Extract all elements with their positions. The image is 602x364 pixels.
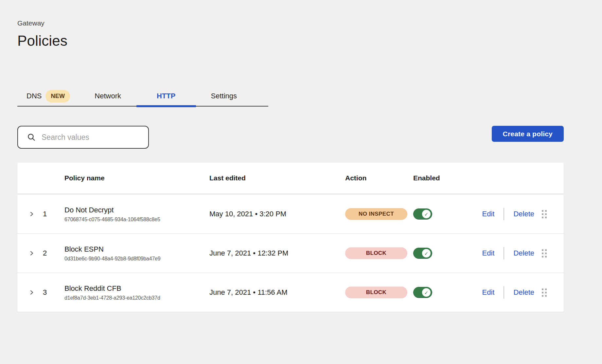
drag-handle-icon[interactable] — [540, 287, 549, 299]
check-icon: ✓ — [422, 288, 431, 297]
page-title: Policies — [17, 32, 585, 50]
last-edited: June 7, 2021 • 11:56 AM — [209, 288, 345, 297]
tab-network-label: Network — [95, 92, 121, 100]
enabled-toggle[interactable]: ✓ — [413, 287, 432, 298]
delete-link[interactable]: Delete — [513, 288, 534, 297]
table-header-row: Policy name Last edited Action Enabled — [17, 163, 564, 194]
search-input[interactable] — [42, 133, 142, 142]
tab-dns-label: DNS — [27, 92, 42, 100]
action-badge: NO INSPECT — [345, 208, 407, 220]
delete-link[interactable]: Delete — [513, 210, 534, 218]
row-actions: Edit Delete — [482, 247, 534, 259]
policy-name-cell: Do Not Decrypt 67068745-c075-4685-934a-1… — [64, 206, 209, 223]
tab-http-label: HTTP — [157, 92, 175, 100]
action-divider — [504, 286, 504, 299]
check-icon: ✓ — [422, 249, 431, 257]
policy-name: Do Not Decrypt — [64, 206, 209, 215]
expand-row-button[interactable] — [27, 209, 38, 219]
policy-name: Block Reddit CFB — [64, 284, 209, 293]
row-number: 2 — [38, 249, 64, 257]
row-number: 3 — [38, 288, 64, 297]
policy-name-cell: Block ESPN 0d31be6c-9b90-48a4-92b8-9d8f0… — [64, 245, 209, 262]
action-badge: BLOCK — [345, 287, 407, 298]
column-header-enabled: Enabled — [413, 174, 462, 182]
table-row: 1 Do Not Decrypt 67068745-c075-4685-934a… — [17, 194, 564, 233]
column-header-action: Action — [345, 174, 413, 182]
last-edited: June 7, 2021 • 12:32 PM — [209, 249, 345, 257]
expand-row-button[interactable] — [27, 288, 38, 297]
chevron-right-icon — [28, 250, 35, 256]
column-header-policy-name: Policy name — [64, 174, 209, 182]
table-row: 2 Block ESPN 0d31be6c-9b90-48a4-92b8-9d8… — [17, 233, 564, 273]
action-divider — [504, 247, 504, 259]
column-header-last-edited: Last edited — [209, 174, 345, 182]
policy-id: 0d31be6c-9b90-48a4-92b8-9d8f09ba47e9 — [64, 256, 209, 262]
chevron-right-icon — [28, 289, 35, 296]
row-actions: Edit Delete — [482, 286, 534, 299]
check-icon: ✓ — [422, 210, 431, 218]
breadcrumb: Gateway — [17, 19, 585, 27]
policy-name-cell: Block Reddit CFB d1ef8a7d-3eb1-4728-a293… — [64, 284, 209, 301]
drag-handle-icon[interactable] — [540, 247, 549, 259]
row-actions: Edit Delete — [482, 208, 534, 220]
toolbar: Create a policy — [17, 126, 564, 149]
delete-link[interactable]: Delete — [513, 249, 534, 257]
search-box[interactable] — [17, 126, 149, 149]
policies-table: Policy name Last edited Action Enabled 1… — [17, 163, 564, 312]
last-edited: May 10, 2021 • 3:20 PM — [209, 210, 345, 218]
edit-link[interactable]: Edit — [482, 249, 494, 257]
tab-network[interactable]: Network — [95, 86, 121, 106]
tab-settings-label: Settings — [211, 92, 237, 100]
active-tab-indicator — [136, 105, 196, 107]
row-number: 1 — [38, 210, 64, 218]
action-badge: BLOCK — [345, 247, 407, 259]
create-policy-button[interactable]: Create a policy — [492, 126, 564, 142]
edit-link[interactable]: Edit — [482, 210, 494, 218]
expand-row-button[interactable] — [27, 249, 38, 258]
table-row: 3 Block Reddit CFB d1ef8a7d-3eb1-4728-a2… — [17, 273, 564, 312]
edit-link[interactable]: Edit — [482, 288, 494, 297]
policy-name: Block ESPN — [64, 245, 209, 254]
policy-id: d1ef8a7d-3eb1-4728-a293-ea120c2cb37d — [64, 295, 209, 301]
tab-settings[interactable]: Settings — [211, 86, 237, 106]
chevron-right-icon — [28, 211, 35, 217]
enabled-toggle[interactable]: ✓ — [413, 248, 432, 259]
gateway-policies-page: Gateway Policies DNS NEW Network HTTP Se… — [0, 0, 602, 312]
new-badge: NEW — [45, 90, 70, 103]
search-icon — [27, 133, 36, 141]
policy-id: 67068745-c075-4685-934a-1064f588c8e5 — [64, 217, 209, 223]
action-divider — [504, 208, 504, 220]
tab-bar: DNS NEW Network HTTP Settings — [17, 86, 268, 107]
drag-handle-icon[interactable] — [540, 208, 549, 220]
tab-dns[interactable]: DNS NEW — [27, 86, 70, 106]
tab-http[interactable]: HTTP — [136, 86, 196, 106]
enabled-toggle[interactable]: ✓ — [413, 208, 432, 220]
